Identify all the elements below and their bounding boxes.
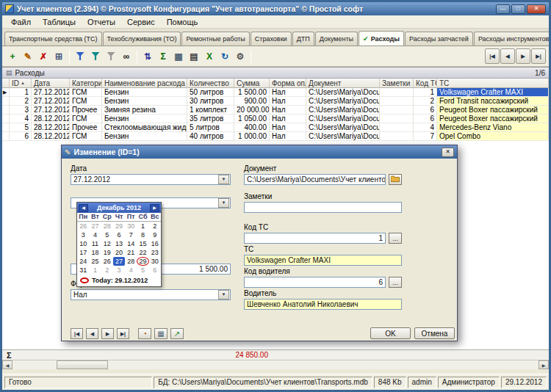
- cell-notes[interactable]: [380, 97, 414, 106]
- prev-month-icon[interactable]: ◀: [79, 204, 88, 212]
- column-header-notes[interactable]: Заметки: [380, 79, 414, 88]
- calendar-day[interactable]: 26: [77, 222, 89, 231]
- delete-record-icon[interactable]: ✗: [36, 48, 51, 64]
- calendar-day[interactable]: 25: [89, 257, 101, 266]
- calendar-day[interactable]: 14: [125, 239, 137, 248]
- column-header-document[interactable]: Документ: [306, 79, 380, 88]
- calendar-day[interactable]: 6: [113, 231, 125, 239]
- cell-date[interactable]: 28.12.2012: [32, 132, 70, 141]
- cell-date[interactable]: 27.12.2012: [32, 97, 70, 106]
- horizontal-scrollbar[interactable]: ◀ ▶: [2, 360, 549, 369]
- cell-document[interactable]: C:\Users\Mariya\Documents: [306, 88, 380, 97]
- calendar-day[interactable]: 5: [101, 231, 113, 239]
- cell-name[interactable]: Стеклоомывающая жидкость: [102, 123, 187, 132]
- cell-document[interactable]: C:\Users\Mariya\Documents: [306, 115, 380, 123]
- sort-icon[interactable]: ⇅: [140, 48, 155, 64]
- cancel-button[interactable]: Отмена: [414, 327, 455, 339]
- scroll-track[interactable]: [12, 360, 539, 369]
- menu-item-service[interactable]: Сервис: [121, 17, 161, 27]
- calendar-day[interactable]: 13: [113, 239, 125, 248]
- category-dropdown-icon[interactable]: ▼: [218, 198, 229, 208]
- calendar-day[interactable]: 23: [149, 248, 161, 257]
- search-icon[interactable]: ∞: [119, 48, 134, 64]
- calendar-day[interactable]: 29: [137, 257, 148, 266]
- calendar-day[interactable]: 24: [77, 257, 89, 266]
- cell-vehicle_code[interactable]: 6: [414, 106, 437, 115]
- cell-qty[interactable]: 35 литров: [187, 115, 234, 123]
- driver-code-input[interactable]: 6: [244, 277, 386, 288]
- calendar-day[interactable]: 22: [137, 248, 148, 257]
- cell-name[interactable]: Бензин: [102, 88, 187, 97]
- calendar-day[interactable]: 2: [149, 222, 161, 231]
- filter-clear-icon[interactable]: [104, 48, 118, 64]
- cell-id[interactable]: 4: [10, 115, 32, 123]
- cell-payment[interactable]: Нал: [270, 106, 306, 115]
- menu-item-help[interactable]: Помощь: [161, 17, 204, 27]
- calendar-day[interactable]: 26: [101, 257, 113, 266]
- cell-vehicle_code[interactable]: 2: [414, 97, 437, 106]
- cell-date[interactable]: 27.12.2012: [32, 106, 70, 115]
- calendar-day[interactable]: 18: [89, 248, 101, 257]
- scroll-right-icon[interactable]: ▶: [539, 360, 549, 369]
- cell-document[interactable]: C:\Users\Mariya\Documents: [306, 123, 380, 132]
- cell-document[interactable]: C:\Users\Mariya\Documents: [306, 106, 380, 115]
- sum-icon[interactable]: Σ: [156, 48, 170, 64]
- calendar-day[interactable]: 30: [125, 222, 137, 231]
- cell-sum[interactable]: 1 000.00: [234, 132, 270, 141]
- cell-vehicle_code[interactable]: 4: [414, 123, 437, 132]
- cell-payment[interactable]: Нал: [270, 88, 306, 97]
- cell-sum[interactable]: 900.00: [234, 97, 270, 106]
- cell-sum[interactable]: 1 500.00: [234, 88, 270, 97]
- print-icon[interactable]: ▤: [187, 48, 201, 64]
- next-record-icon[interactable]: ▶: [101, 328, 114, 339]
- calendar-day[interactable]: 7: [125, 231, 137, 239]
- calendar-day[interactable]: 15: [137, 239, 148, 248]
- prev-record-icon[interactable]: ◀: [500, 48, 515, 64]
- calendar-day[interactable]: 11: [89, 239, 101, 248]
- tab-vehicles[interactable]: Транспортные средства (ТС): [4, 32, 102, 46]
- menu-item-file[interactable]: Файл: [5, 17, 37, 27]
- grid-tool-icon[interactable]: ▦: [154, 328, 168, 339]
- cell-vehicle[interactable]: Mercedes-Benz Viano: [437, 123, 549, 132]
- calendar-day[interactable]: 27: [89, 222, 101, 231]
- cell-payment[interactable]: Нал: [270, 132, 306, 141]
- calendar-day[interactable]: 28: [101, 222, 113, 231]
- cell-qty[interactable]: 1 комплект: [187, 106, 234, 115]
- refresh-icon[interactable]: ↻: [217, 48, 232, 64]
- add-record-icon[interactable]: +: [5, 48, 20, 64]
- cell-date[interactable]: 28.12.2012: [32, 115, 70, 123]
- cell-id[interactable]: 2: [10, 97, 32, 106]
- calendar-day[interactable]: 12: [101, 239, 113, 248]
- last-record-icon[interactable]: ▶|: [117, 328, 129, 339]
- driver-picker-button[interactable]: ...: [389, 277, 402, 288]
- vehicle-code-input[interactable]: 1: [244, 233, 386, 244]
- calendar-day[interactable]: 4: [125, 266, 137, 275]
- calendar-day[interactable]: 29: [113, 222, 125, 231]
- cell-notes[interactable]: [380, 106, 414, 115]
- cell-category[interactable]: ГСМ: [70, 88, 102, 97]
- cell-category[interactable]: Прочее: [70, 123, 102, 132]
- edit-record-icon[interactable]: ✎: [21, 48, 35, 64]
- date-dropdown-icon[interactable]: ▼: [218, 175, 229, 184]
- document-input[interactable]: C:\Users\Mariya\Documents\Учет клиентов\…: [244, 174, 386, 185]
- cell-qty[interactable]: 30 литров: [187, 97, 234, 106]
- calendar-day[interactable]: 17: [77, 248, 89, 257]
- dialog-close-button[interactable]: ✕: [442, 148, 454, 157]
- cell-vehicle_code[interactable]: 7: [414, 132, 437, 141]
- cell-document[interactable]: C:\Users\Mariya\Documents: [306, 97, 380, 106]
- cell-vehicle_code[interactable]: 1: [414, 88, 437, 97]
- cell-sum[interactable]: 20 000.00: [234, 106, 270, 115]
- cell-date[interactable]: 27.12.2012: [32, 88, 70, 97]
- calendar-day[interactable]: 1: [137, 222, 148, 231]
- cell-qty[interactable]: 40 литров: [187, 132, 234, 141]
- tab-accidents[interactable]: ДТП: [292, 32, 314, 46]
- cell-category[interactable]: ГСМ: [70, 132, 102, 141]
- calendar-footer[interactable]: Today: 29.12.2012: [77, 275, 161, 286]
- calendar-day[interactable]: 10: [77, 239, 89, 248]
- payment-dropdown-icon[interactable]: ▼: [218, 290, 229, 300]
- cell-payment[interactable]: Нал: [270, 115, 306, 123]
- calendar-day[interactable]: 28: [125, 257, 137, 266]
- column-header-id[interactable]: ID▲: [10, 79, 32, 88]
- cell-sum[interactable]: 1 050.00: [234, 115, 270, 123]
- calendar-day[interactable]: 30: [149, 257, 161, 266]
